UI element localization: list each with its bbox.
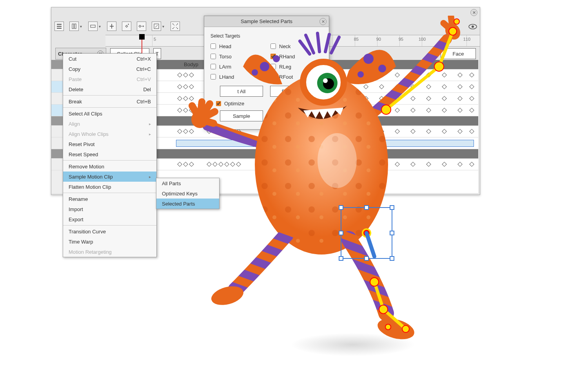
menu-delete[interactable]: DeleteDel <box>63 84 156 94</box>
deselect-all-button[interactable]: Deselect <box>270 86 313 97</box>
add-key-icon[interactable] <box>122 22 131 31</box>
menu-import[interactable]: Import <box>63 204 156 214</box>
track-row[interactable] <box>105 159 478 170</box>
select-all-button[interactable]: t All <box>220 86 263 97</box>
checkbox-head[interactable]: Head <box>211 41 263 51</box>
svg-rect-43 <box>390 206 394 209</box>
close-icon[interactable]: ✕ <box>319 18 327 25</box>
svg-rect-2 <box>72 24 74 29</box>
snap-icon[interactable] <box>69 22 79 31</box>
menu-motion-retargeting: Motion Retargeting <box>63 247 156 257</box>
face-button[interactable]: Face <box>441 48 476 59</box>
menu-align-whole-clips: Align Whole Clips▸ <box>63 129 156 139</box>
menu-reset-speed[interactable]: Reset Speed <box>63 149 156 159</box>
context-menu: CutCtrl+X CopyCtrl+C PasteCtrl+V DeleteD… <box>63 53 157 257</box>
checkbox-torso[interactable]: Torso <box>211 51 263 61</box>
character-shadow <box>290 333 416 356</box>
menu-copy[interactable]: CopyCtrl+C <box>63 64 156 74</box>
split-icon[interactable] <box>107 22 116 31</box>
optimize-label: Optimize <box>224 101 244 107</box>
cancel-button[interactable]: Cancel <box>270 110 313 121</box>
svg-rect-40 <box>341 208 392 258</box>
chevron-down-icon[interactable]: ▾ <box>161 22 165 31</box>
svg-point-8 <box>172 23 173 24</box>
menu-cut[interactable]: CutCtrl+X <box>63 54 156 64</box>
svg-rect-3 <box>74 24 76 29</box>
menu-reset-pivot[interactable]: Reset Pivot <box>63 139 156 149</box>
chevron-down-icon[interactable]: ▾ <box>79 22 83 31</box>
selection-box <box>339 206 394 260</box>
svg-point-54 <box>379 305 388 314</box>
expand-icon[interactable] <box>171 22 180 31</box>
submenu-selected-parts[interactable]: Selected Parts <box>156 199 219 209</box>
svg-line-50 <box>367 233 374 256</box>
menu-time-warp[interactable]: Time Warp <box>63 237 156 247</box>
menu-align: Align▸ <box>63 119 156 129</box>
checkbox-rhand[interactable]: RHand <box>270 51 323 61</box>
checkbox-optimize[interactable] <box>216 101 221 106</box>
svg-rect-48 <box>390 256 394 260</box>
sample-selected-parts-dialog: Sample Selected Parts ✕ Select Targets H… <box>204 16 329 130</box>
chevron-right-icon: ▸ <box>149 132 151 136</box>
sample-button[interactable]: Sample <box>220 110 263 121</box>
svg-point-9 <box>177 23 178 24</box>
chevron-right-icon: ▸ <box>149 122 151 126</box>
submenu-optimized-keys[interactable]: Optimized Keys <box>156 188 219 199</box>
checkbox-neck[interactable]: Neck <box>270 41 323 51</box>
svg-point-55 <box>402 325 409 332</box>
svg-rect-45 <box>390 231 394 235</box>
svg-point-11 <box>177 28 178 29</box>
move-key-icon[interactable] <box>137 22 146 31</box>
svg-rect-4 <box>91 25 95 27</box>
checkbox-lhand[interactable]: LHand <box>211 72 263 82</box>
submenu-all-parts[interactable]: All Parts <box>156 178 219 188</box>
track-row[interactable] <box>105 137 478 149</box>
svg-line-52 <box>383 309 406 329</box>
svg-point-32 <box>209 283 246 308</box>
svg-rect-42 <box>365 206 368 209</box>
sample-submenu: All Parts Optimized Keys Selected Parts <box>156 178 220 209</box>
svg-point-53 <box>370 278 379 286</box>
close-icon[interactable]: ✕ <box>470 9 477 16</box>
menu-sample-motion-clip[interactable]: Sample Motion Clip▸ <box>63 172 156 182</box>
svg-rect-46 <box>339 256 343 260</box>
svg-rect-41 <box>339 206 343 209</box>
menu-transition-curve[interactable]: Transition Curve <box>63 226 156 237</box>
menu-paste: PasteCtrl+V <box>63 74 156 84</box>
svg-rect-5 <box>125 25 128 27</box>
menu-break[interactable]: BreakCtrl+B <box>63 96 156 107</box>
menu-export[interactable]: Export <box>63 214 156 224</box>
bone-overlay <box>370 278 409 332</box>
section-label: Select Targets <box>211 33 323 39</box>
list-icon[interactable] <box>54 22 64 31</box>
svg-rect-44 <box>339 231 343 235</box>
svg-rect-6 <box>139 25 141 27</box>
menu-rename[interactable]: Rename <box>63 194 156 204</box>
track-header <box>105 149 478 159</box>
checkbox-rfoot[interactable]: RFoot <box>270 72 323 82</box>
chevron-right-icon: ▸ <box>149 175 151 179</box>
timeline-toolbar: ▾ ▾ ▾ <box>54 22 180 31</box>
svg-point-1 <box>472 25 474 28</box>
svg-point-56 <box>385 324 391 330</box>
svg-rect-47 <box>365 256 368 260</box>
menu-remove-motion[interactable]: Remove Motion <box>63 161 156 172</box>
chevron-down-icon[interactable]: ▾ <box>98 22 102 31</box>
dialog-title: Sample Selected Parts ✕ <box>204 16 329 27</box>
menu-select-all-clips[interactable]: Select All Clips <box>63 108 156 119</box>
checkbox-rleg[interactable]: RLeg <box>270 61 323 72</box>
checkbox-larm[interactable]: LArm <box>211 61 263 72</box>
edit-icon[interactable] <box>152 22 161 31</box>
frame-icon[interactable] <box>88 22 98 31</box>
menu-flatten-motion-clip[interactable]: Flatten Motion Clip <box>63 182 156 192</box>
svg-line-51 <box>374 282 383 309</box>
ruler-tick: 110 <box>463 37 470 42</box>
svg-point-10 <box>172 28 173 29</box>
svg-point-49 <box>363 229 370 237</box>
visibility-icon[interactable] <box>468 23 477 30</box>
